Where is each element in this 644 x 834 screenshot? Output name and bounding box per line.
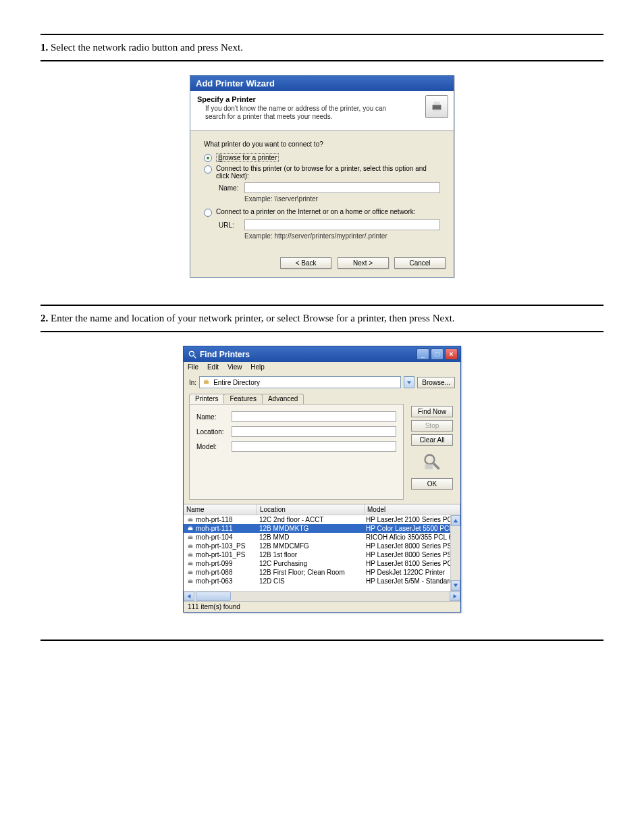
vertical-scrollbar[interactable] — [450, 515, 460, 591]
svg-rect-17 — [188, 545, 193, 548]
radio-connect-by-url[interactable]: Connect to a printer on the Internet or … — [204, 208, 440, 217]
window-controls: _ □ × — [417, 348, 458, 360]
find-side-icon — [423, 452, 441, 471]
name-field-label: Name: — [219, 184, 244, 192]
list-item[interactable]: moh-prt-11812C 2nd floor - ACCTHP LaserJ… — [184, 515, 460, 524]
menu-view[interactable]: View — [227, 363, 242, 371]
radio-connect-by-name[interactable]: Connect to this printer (or to browse fo… — [204, 165, 440, 180]
scroll-left-icon[interactable] — [184, 592, 194, 601]
url-input[interactable] — [244, 219, 440, 230]
cancel-button[interactable]: Cancel — [394, 257, 446, 269]
svg-rect-2 — [433, 110, 439, 112]
next-button[interactable]: Next > — [338, 257, 389, 269]
svg-rect-22 — [189, 561, 192, 563]
svg-rect-11 — [188, 519, 193, 521]
printer-icon — [186, 517, 194, 523]
list-item[interactable]: moh-prt-11112B MMDMKTGHP Color LaserJet … — [184, 524, 460, 533]
scroll-down-icon[interactable] — [451, 580, 460, 591]
printer-wizard-icon — [425, 95, 448, 118]
find-now-button[interactable]: Find Now — [411, 406, 453, 417]
close-button[interactable]: × — [445, 348, 458, 360]
ok-button[interactable]: OK — [411, 478, 453, 490]
wizard-screenshot: Add Printer Wizard Specify a Printer If … — [41, 75, 603, 278]
in-combobox[interactable]: Entire Directory — [199, 376, 401, 388]
back-button[interactable]: < Back — [280, 257, 331, 269]
scroll-up-icon[interactable] — [451, 515, 460, 526]
printer-icon — [186, 552, 194, 558]
menu-help[interactable]: Help — [250, 363, 265, 371]
svg-rect-25 — [188, 580, 193, 583]
browse-button[interactable]: Browse... — [417, 377, 455, 388]
tab-printers[interactable]: Printers — [189, 394, 224, 404]
stop-button[interactable]: Stop — [411, 420, 453, 432]
scroll-thumb[interactable] — [196, 592, 231, 601]
step-2: 2. Enter the name and location of your n… — [41, 313, 603, 324]
svg-rect-13 — [188, 527, 193, 530]
url-example: Example: http://server/printers/myprinte… — [244, 232, 440, 240]
form-location-label: Location: — [196, 428, 232, 436]
wizard-button-row: < Back Next > Cancel — [190, 249, 454, 277]
svg-rect-20 — [189, 552, 192, 554]
find-title-icon — [188, 350, 197, 359]
svg-rect-24 — [189, 570, 192, 571]
svg-marker-7 — [407, 381, 411, 384]
printer-icon — [186, 578, 194, 585]
list-item[interactable]: moh-prt-09912C PurchasingHP LaserJet 810… — [184, 559, 460, 568]
svg-marker-30 — [454, 594, 457, 598]
horizontal-scrollbar[interactable] — [184, 591, 460, 601]
printer-icon — [186, 569, 194, 576]
col-location[interactable]: Location — [257, 504, 365, 515]
list-item[interactable]: moh-prt-101_PS12B 1st floorHP LaserJet 8… — [184, 550, 460, 559]
list-item[interactable]: moh-prt-08812B First Floor; Clean RoomHP… — [184, 568, 460, 577]
form-name-input[interactable] — [232, 411, 396, 422]
printer-icon — [186, 534, 194, 541]
svg-rect-12 — [189, 517, 192, 519]
col-model[interactable]: Model — [365, 504, 460, 515]
svg-rect-16 — [189, 535, 192, 536]
find-toolbar: In: Entire Directory Browse... — [184, 372, 460, 392]
tabs-row: Printers Features Advanced — [189, 394, 404, 404]
tab-advanced[interactable]: Advanced — [262, 394, 304, 404]
list-item[interactable]: moh-prt-103_PS12B MMDCMFGHP LaserJet 800… — [184, 542, 460, 550]
svg-marker-29 — [188, 594, 191, 598]
svg-rect-5 — [204, 381, 209, 384]
scroll-right-icon[interactable] — [450, 592, 460, 601]
menu-file[interactable]: File — [188, 363, 198, 371]
divider-top — [41, 34, 603, 35]
name-input[interactable] — [244, 182, 440, 193]
col-name[interactable]: Name — [184, 504, 257, 515]
svg-rect-10 — [425, 465, 433, 469]
radio-icon — [204, 209, 212, 217]
wizard-head-subtitle: If you don't know the name or address of… — [205, 105, 408, 121]
radio-icon — [204, 165, 212, 174]
svg-line-9 — [433, 463, 439, 469]
in-combobox-arrow[interactable] — [404, 376, 414, 388]
find-menubar: File Edit View Help — [184, 362, 460, 372]
svg-rect-26 — [189, 579, 192, 580]
radio-connect-name-label: Connect to this printer (or to browse fo… — [216, 165, 440, 180]
tab-features[interactable]: Features — [223, 394, 262, 404]
svg-rect-21 — [188, 563, 193, 565]
clear-all-button[interactable]: Clear All — [411, 434, 453, 446]
step-2-text: Enter the name and location of your netw… — [51, 313, 455, 323]
wizard-titlebar: Add Printer Wizard — [190, 76, 454, 91]
name-field-row: Name: — [219, 182, 440, 193]
form-name-label: Name: — [196, 413, 232, 421]
maximize-button[interactable]: □ — [431, 348, 444, 360]
form-model-label: Model: — [196, 443, 232, 450]
minimize-button[interactable]: _ — [417, 348, 429, 360]
list-item[interactable]: moh-prt-10412B MMDRICOH Aficio 350/355 P… — [184, 533, 460, 542]
printer-icon — [186, 525, 194, 532]
menu-edit[interactable]: Edit — [207, 363, 219, 371]
form-location-input[interactable] — [232, 426, 396, 437]
radio-icon — [204, 154, 212, 162]
form-model-input[interactable] — [232, 441, 396, 452]
svg-line-4 — [194, 355, 196, 358]
in-label: In: — [189, 379, 196, 386]
radio-browse-for-printer[interactable]: Browse for a printer — [204, 153, 440, 162]
divider-3 — [41, 331, 603, 332]
radio-connect-url-label: Connect to a printer on the Internet or … — [216, 208, 416, 215]
list-item[interactable]: moh-prt-06312D CISHP LaserJet 5/5M - Sta… — [184, 577, 460, 585]
svg-rect-1 — [433, 102, 439, 105]
svg-rect-14 — [189, 526, 192, 527]
